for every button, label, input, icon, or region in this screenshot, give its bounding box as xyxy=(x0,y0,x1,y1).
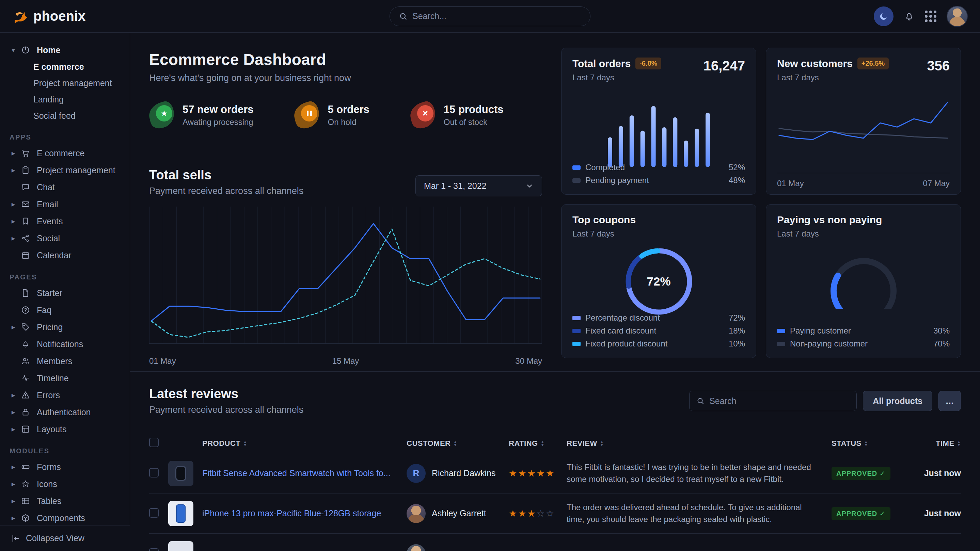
latest-reviews-section: Latest reviews Payment received across a… xyxy=(130,371,980,551)
donut-center-label: 72% xyxy=(623,245,695,318)
total-sells-subtitle: Payment received across all channels xyxy=(149,186,304,196)
product-link[interactable]: iPhone 13 pro max-Pacific Blue-128GB sto… xyxy=(202,508,407,518)
sidebar-item-label: Members xyxy=(37,356,72,366)
stat-15-products: × 15 products Out of stock xyxy=(410,102,504,128)
sidebar-item-errors[interactable]: ▸ Errors xyxy=(6,387,124,403)
x-axis-label: 30 May xyxy=(515,356,542,366)
row-checkbox[interactable] xyxy=(149,468,159,478)
theme-toggle-button[interactable] xyxy=(874,6,894,26)
sidebar-item-chat[interactable]: Chat xyxy=(6,179,124,196)
column-header-time[interactable]: TIME▲▼ xyxy=(910,439,961,448)
collapsed-view-label: Collapsed View xyxy=(26,533,84,543)
sidebar-item-label: Authentication xyxy=(37,407,91,417)
card-period: Last 7 days xyxy=(573,73,745,83)
navbar-search[interactable] xyxy=(390,6,590,26)
lock-icon xyxy=(21,408,33,416)
collapsed-view-toggle[interactable]: Collapsed View xyxy=(0,525,130,551)
file-icon xyxy=(21,289,33,297)
sidebar-item-label: Faq xyxy=(37,305,51,315)
sidebar-item-starter[interactable]: Starter xyxy=(6,284,124,302)
reviews-search[interactable] xyxy=(689,391,857,411)
sidebar-item-calendar[interactable]: Calendar xyxy=(6,247,124,264)
cart-icon xyxy=(21,149,33,157)
sidebar-item-tables[interactable]: ▸ Tables xyxy=(6,492,124,510)
caret-right-icon: ▸ xyxy=(10,480,17,488)
sidebar-item-e-commerce[interactable]: ▸ E commerce xyxy=(6,144,124,162)
sidebar-item-icons[interactable]: ▸ Icons xyxy=(6,475,124,492)
product-image[interactable] xyxy=(168,501,193,526)
paying-legend: Paying customer 30% Non-paying customer … xyxy=(777,324,950,350)
customer-cell[interactable]: R Richard Dawkins xyxy=(407,464,509,483)
sidebar-nav: ▾ HomeE commerceProject managementLandin… xyxy=(6,41,124,527)
sidebar-item-events[interactable]: ▸ Events xyxy=(6,213,124,230)
more-options-button[interactable]: ... xyxy=(939,391,961,411)
layout-icon xyxy=(21,425,33,433)
user-avatar[interactable] xyxy=(947,6,968,27)
sidebar-item-project-management[interactable]: ▸ Project management xyxy=(6,162,124,179)
column-header-status[interactable]: STATUS▲▼ xyxy=(832,439,910,448)
column-header-review[interactable]: REVIEW▲▼ xyxy=(566,439,832,448)
navbar-search-input[interactable] xyxy=(412,11,581,21)
mail-icon xyxy=(21,200,33,209)
notifications-button[interactable] xyxy=(904,11,915,22)
sidebar-item-landing[interactable]: Landing xyxy=(6,91,124,108)
rating-stars: ★★★☆☆ xyxy=(509,508,566,519)
legend-row: Completed 52% xyxy=(573,161,745,174)
sidebar-item-project-management[interactable]: Project management xyxy=(6,75,124,91)
grid-icon xyxy=(925,11,936,22)
sidebar-item-social-feed[interactable]: Social feed xyxy=(6,108,124,124)
collapse-left-icon xyxy=(11,534,21,543)
column-header-rating[interactable]: RATING▲▼ xyxy=(509,439,566,448)
sidebar-item-email[interactable]: ▸ Email xyxy=(6,196,124,213)
sidebar-item-e-commerce[interactable]: E commerce xyxy=(6,59,124,75)
caret-right-icon: ▸ xyxy=(10,514,17,522)
sidebar-item-faq[interactable]: Faq xyxy=(6,302,124,319)
legend-label: Pending payment xyxy=(585,176,649,185)
brand[interactable]: phoenix xyxy=(12,8,86,24)
all-products-button[interactable]: All products xyxy=(863,391,932,411)
product-image[interactable] xyxy=(168,461,193,486)
clipboard-icon xyxy=(21,166,33,175)
caret-right-icon: ▸ xyxy=(10,391,17,399)
caret-right-icon: ▸ xyxy=(10,497,17,505)
sidebar-item-members[interactable]: Members xyxy=(6,353,124,370)
sidebar-item-forms[interactable]: ▸ Forms xyxy=(6,459,124,475)
share-icon xyxy=(21,234,33,243)
column-header-customer[interactable]: CUSTOMER▲▼ xyxy=(407,439,509,448)
reviews-table: PRODUCT▲▼ CUSTOMER▲▼ RATING▲▼ REVIEW▲▼ S… xyxy=(149,433,961,551)
apps-grid-button[interactable] xyxy=(925,11,936,22)
sidebar-item-social[interactable]: ▸ Social xyxy=(6,230,124,247)
sidebar-item-notifications[interactable]: Notifications xyxy=(6,335,124,353)
sidebar-item-pricing[interactable]: ▸ Pricing xyxy=(6,319,124,335)
date-range-select[interactable]: Mar 1 - 31, 2022 xyxy=(415,175,542,196)
stats-row: ★ 57 new orders Awating processing 5 ord… xyxy=(149,102,542,128)
legend-row: Percentage discount 72% xyxy=(573,311,745,324)
sidebar-item-layouts[interactable]: ▸ Layouts xyxy=(6,421,124,438)
card-paying-vs-non-paying: Paying vs non paying Last 7 days Paying … xyxy=(766,204,961,358)
legend-label: Fixed card discount xyxy=(585,326,656,335)
sidebar-item-home[interactable]: ▾ Home xyxy=(6,41,124,59)
rating-stars: ★★★★★ xyxy=(509,468,566,479)
legend-swatch xyxy=(573,165,581,170)
row-checkbox[interactable] xyxy=(149,508,159,518)
card-total-orders: Total orders -6.8% Last 7 days 16,247 Co… xyxy=(561,48,756,195)
top-navbar: phoenix xyxy=(0,0,980,33)
chat-icon xyxy=(21,183,33,192)
product-image[interactable] xyxy=(168,541,193,551)
sidebar-item-label: Errors xyxy=(37,391,60,400)
reviews-search-input[interactable] xyxy=(709,396,850,406)
legend-row: Paying customer 30% xyxy=(777,324,950,337)
row-checkbox[interactable] xyxy=(149,548,159,551)
sidebar-item-authentication[interactable]: ▸ Authentication xyxy=(6,403,124,421)
sidebar-item-timeline[interactable]: Timeline xyxy=(6,370,124,387)
total-orders-bar-chart xyxy=(608,97,710,167)
caret-right-icon: ▸ xyxy=(10,200,17,208)
customer-cell[interactable]: Ashley Garrett xyxy=(407,504,509,523)
sidebar-item-components[interactable]: ▸ Components xyxy=(6,510,124,527)
product-link[interactable]: Fitbit Sense Advanced Smartwatch with To… xyxy=(202,468,407,478)
x-axis-label: 15 May xyxy=(332,356,359,366)
column-header-product[interactable]: PRODUCT▲▼ xyxy=(202,439,407,448)
sidebar-section-label: PAGES xyxy=(6,273,124,281)
customer-cell[interactable] xyxy=(407,544,509,551)
select-all-checkbox[interactable] xyxy=(149,438,159,447)
